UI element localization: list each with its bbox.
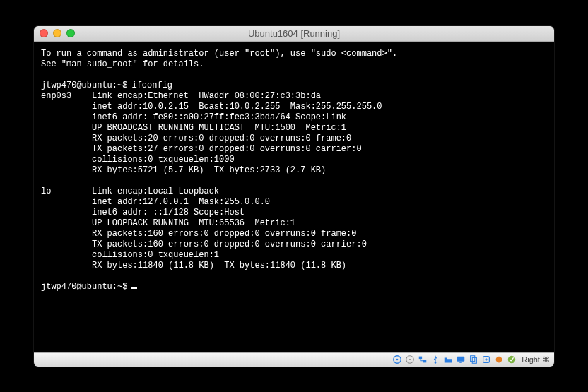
prompt-path: :~ <box>112 282 122 292</box>
svg-rect-4 <box>419 357 422 360</box>
display-icon[interactable] <box>455 354 466 365</box>
features-icon[interactable] <box>506 354 517 365</box>
clipboard-icon[interactable] <box>468 354 479 365</box>
terminal-intro: To run a command as administrator (user … <box>41 49 397 69</box>
host-key-label: Right ⌘ <box>522 355 550 364</box>
terminal-output: enp0s3 Link encap:Ethernet HWaddr 08:00:… <box>41 91 382 271</box>
prompt-path: :~ <box>112 81 122 91</box>
svg-point-12 <box>496 357 502 363</box>
usb-icon[interactable] <box>430 354 441 365</box>
cursor-icon <box>131 287 137 289</box>
svg-rect-7 <box>457 357 465 362</box>
prompt-symbol: $ <box>122 282 127 292</box>
svg-rect-5 <box>423 360 426 363</box>
prompt-userhost: jtwp470@ubuntu <box>41 81 112 91</box>
svg-point-3 <box>409 359 411 360</box>
hard-disk-icon[interactable] <box>392 354 403 365</box>
optical-disk-icon[interactable] <box>404 354 416 365</box>
command-text: ifconfig <box>131 81 172 91</box>
window-title: Ubuntu1604 [Running] <box>34 28 554 39</box>
terminal-viewport[interactable]: To run a command as administrator (user … <box>34 42 554 352</box>
recording-icon[interactable] <box>493 354 505 365</box>
svg-point-1 <box>396 359 399 361</box>
prompt-line-2: jtwp470@ubuntu:~$ <box>41 282 547 292</box>
prompt-symbol: $ <box>122 81 127 91</box>
prompt-line-1: jtwp470@ubuntu:~$ifconfig <box>41 81 547 91</box>
svg-point-6 <box>435 362 437 364</box>
drag-drop-icon[interactable] <box>481 354 492 365</box>
prompt-userhost: jtwp470@ubuntu <box>41 282 112 292</box>
statusbar: Right ⌘ <box>34 352 554 367</box>
titlebar: Ubuntu1604 [Running] <box>34 26 554 42</box>
shared-folder-icon[interactable] <box>442 354 454 365</box>
vm-window: Ubuntu1604 [Running] To run a command as… <box>34 26 554 367</box>
svg-rect-8 <box>460 362 463 363</box>
network-icon[interactable] <box>417 354 428 365</box>
